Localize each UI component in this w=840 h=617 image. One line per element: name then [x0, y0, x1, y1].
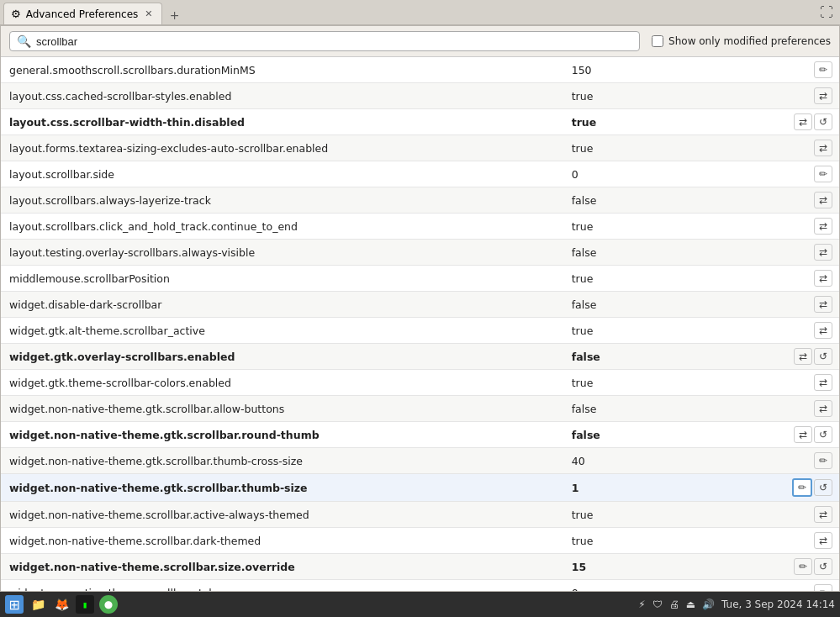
table-row: widget.gtk.theme-scrollbar-colors.enable…	[1, 370, 839, 396]
pref-value-cell: false	[563, 187, 716, 214]
firefox-icon[interactable]: 🦊	[52, 595, 71, 614]
table-row: layout.forms.textarea-sizing-excludes-au…	[1, 135, 839, 161]
toggle-pref-button[interactable]: ⇄	[814, 532, 832, 549]
files-icon[interactable]: 📁	[29, 595, 47, 614]
table-row: layout.testing.overlay-scrollbars.always…	[1, 240, 839, 266]
pref-value-cell: 1	[563, 474, 716, 502]
table-row: layout.scrollbars.click_and_hold_track.c…	[1, 214, 839, 240]
preferences-container: general.smoothscroll.scrollbars.duration…	[1, 57, 839, 591]
pref-name-cell: widget.gtk.theme-scrollbar-colors.enable…	[1, 370, 563, 396]
reset-pref-button[interactable]: ↺	[814, 113, 832, 130]
table-row: layout.scrollbar.side0✏	[1, 161, 839, 187]
pref-actions-cell: ⇄	[716, 266, 839, 292]
pref-name-cell: layout.css.cached-scrollbar-styles.enabl…	[1, 83, 563, 109]
pref-actions-cell: ⇄	[716, 528, 839, 554]
pref-value-cell: false	[563, 240, 716, 266]
reset-pref-button[interactable]: ↺	[814, 426, 832, 443]
pref-value-cell: true	[563, 528, 716, 554]
terminal-icon[interactable]: ▮	[76, 595, 94, 614]
start-icon[interactable]: ⊞	[5, 595, 24, 614]
toggle-pref-button[interactable]: ⇄	[794, 113, 812, 130]
tab-close-button[interactable]: ✕	[143, 8, 154, 20]
modified-filter-label[interactable]: Show only modified preferences	[652, 35, 831, 47]
reset-pref-button[interactable]: ↺	[814, 348, 832, 365]
volume-icon: 🔊	[702, 599, 715, 610]
toggle-pref-button[interactable]: ⇄	[814, 322, 832, 339]
toggle-pref-button[interactable]: ⇄	[814, 296, 832, 313]
table-row: layout.scrollbars.always-layerize-trackf…	[1, 187, 839, 214]
pref-name-cell: general.smoothscroll.scrollbars.duration…	[1, 57, 563, 83]
modified-filter-checkbox[interactable]	[652, 35, 663, 47]
pref-actions-cell: ✏↺	[716, 474, 839, 502]
app-icon[interactable]: ●	[99, 595, 118, 614]
pref-value-cell: 15	[563, 554, 716, 580]
pref-value-cell: true	[563, 266, 716, 292]
window-controls[interactable]: ⛶	[820, 4, 837, 20]
edit-pref-button[interactable]: ✏	[814, 584, 832, 591]
table-row: widget.non-native-theme.gtk.scrollbar.th…	[1, 448, 839, 474]
new-tab-button[interactable]: +	[166, 6, 184, 24]
table-row: widget.non-native-theme.scrollbar.style0…	[1, 580, 839, 592]
table-row: middlemouse.scrollbarPositiontrue⇄	[1, 266, 839, 292]
pref-actions-cell: ⇄	[716, 318, 839, 344]
tab-gear-icon: ⚙	[11, 8, 21, 20]
pref-value-cell: true	[563, 370, 716, 396]
pref-name-cell: layout.testing.overlay-scrollbars.always…	[1, 240, 563, 266]
pref-actions-cell: ⇄↺	[716, 344, 839, 370]
datetime-label: Tue, 3 Sep 2024 14:14	[721, 599, 835, 610]
toggle-pref-button[interactable]: ⇄	[794, 426, 812, 443]
pref-actions-cell: ⇄	[716, 214, 839, 240]
pref-actions-cell: ✏	[716, 580, 839, 592]
search-box[interactable]: 🔍	[9, 31, 640, 51]
toggle-pref-button[interactable]: ⇄	[814, 506, 832, 523]
pref-name-cell: widget.non-native-theme.scrollbar.style	[1, 580, 563, 592]
pref-name-cell: widget.non-native-theme.scrollbar.active…	[1, 502, 563, 528]
pref-actions-cell: ⇄	[716, 135, 839, 161]
pref-value-cell: true	[563, 318, 716, 344]
table-row: widget.gtk.alt-theme.scrollbar_activetru…	[1, 318, 839, 344]
toggle-pref-button[interactable]: ⇄	[814, 87, 832, 104]
pref-name-cell: widget.disable-dark-scrollbar	[1, 292, 563, 318]
pref-actions-cell: ⇄	[716, 187, 839, 214]
toggle-pref-button[interactable]: ⇄	[814, 400, 832, 417]
edit-pref-button[interactable]: ✏	[794, 558, 812, 575]
table-row: layout.css.cached-scrollbar-styles.enabl…	[1, 83, 839, 109]
toggle-pref-button[interactable]: ⇄	[814, 270, 832, 287]
pref-value-cell: true	[563, 214, 716, 240]
edit-pref-button[interactable]: ✏	[814, 61, 832, 78]
table-row: widget.disable-dark-scrollbarfalse⇄	[1, 292, 839, 318]
pref-actions-cell: ⇄↺	[716, 109, 839, 135]
pref-name-cell: layout.scrollbars.always-layerize-track	[1, 187, 563, 214]
tab-label: Advanced Preferences	[26, 8, 139, 20]
pref-name-cell: widget.non-native-theme.scrollbar.dark-t…	[1, 528, 563, 554]
pref-name-cell: widget.non-native-theme.scrollbar.size.o…	[1, 554, 563, 580]
toolbar: 🔍 Show only modified preferences	[1, 26, 839, 57]
edit-pref-button[interactable]: ✏	[814, 166, 832, 182]
pref-value-cell: false	[563, 344, 716, 370]
tab-bar: ⚙ Advanced Preferences ✕ +	[3, 0, 184, 24]
edit-pref-button[interactable]: ✏	[814, 452, 832, 469]
pref-actions-cell: ⇄	[716, 83, 839, 109]
toggle-pref-button[interactable]: ⇄	[814, 244, 832, 261]
table-row: widget.non-native-theme.gtk.scrollbar.ro…	[1, 422, 839, 448]
table-row: widget.non-native-theme.scrollbar.active…	[1, 502, 839, 528]
reset-pref-button[interactable]: ↺	[814, 558, 832, 575]
network-icon: 🛡	[652, 599, 663, 610]
advanced-preferences-tab[interactable]: ⚙ Advanced Preferences ✕	[3, 3, 162, 24]
reset-pref-button[interactable]: ↺	[814, 479, 832, 496]
pref-name-cell: widget.non-native-theme.gtk.scrollbar.al…	[1, 396, 563, 422]
edit-pref-button[interactable]: ✏	[792, 478, 812, 497]
toggle-pref-button[interactable]: ⇄	[814, 374, 832, 391]
pref-value-cell: false	[563, 396, 716, 422]
pref-actions-cell: ✏	[716, 57, 839, 83]
pref-value-cell: true	[563, 135, 716, 161]
toggle-pref-button[interactable]: ⇄	[814, 192, 832, 208]
toggle-pref-button[interactable]: ⇄	[794, 348, 812, 365]
pref-actions-cell: ⇄	[716, 502, 839, 528]
toggle-pref-button[interactable]: ⇄	[814, 218, 832, 235]
toggle-pref-button[interactable]: ⇄	[814, 140, 832, 156]
search-input[interactable]	[36, 35, 632, 48]
table-row: widget.non-native-theme.gtk.scrollbar.th…	[1, 474, 839, 502]
table-row: widget.non-native-theme.scrollbar.size.o…	[1, 554, 839, 580]
pref-value-cell: 0	[563, 161, 716, 187]
